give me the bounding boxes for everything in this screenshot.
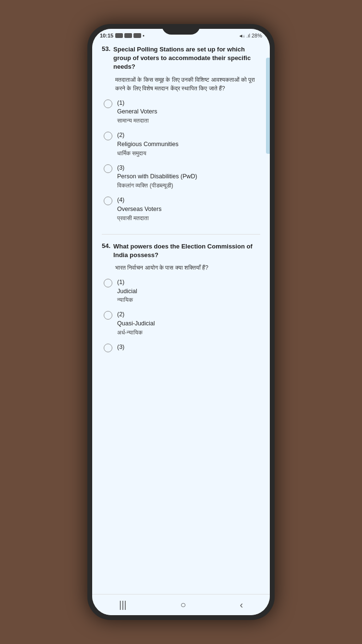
q54-option-2[interactable]: (2) Quasi-Judicial अर्ध-न्यायिक <box>102 310 260 337</box>
q53-option-1[interactable]: (1) General Voters सामान्य मतदाता <box>102 99 260 125</box>
q54-text-en: What powers does the Election Commission… <box>113 242 260 260</box>
q54-option-1[interactable]: (1) Judicial न्यायिक <box>102 278 260 305</box>
nav-back-button[interactable]: ‹ <box>240 599 243 610</box>
radio-q53-4[interactable] <box>104 197 112 205</box>
status-right-info: ◄ᵢᵢ .ıl 28% <box>239 33 263 38</box>
q54-header: 54. What powers does the Election Commis… <box>102 242 260 260</box>
phone-screen: 10:15 • ◄ᵢᵢ .ıl 28% 53. Special Polling … <box>92 29 270 615</box>
notch <box>162 24 200 35</box>
nav-bar: ||| ○ ‹ <box>92 594 270 615</box>
question-53: 53. Special Polling Stations are set up … <box>102 45 260 223</box>
q53-header: 53. Special Polling Stations are set up … <box>102 45 260 72</box>
radio-q53-2[interactable] <box>104 132 112 140</box>
q54-options: (1) Judicial न्यायिक (2) Quasi-Judicial … <box>102 278 260 352</box>
q54-option-2-text: (2) Quasi-Judicial अर्ध-न्यायिक <box>117 310 155 337</box>
nav-home-button[interactable]: ○ <box>180 599 186 610</box>
signal-icon: ◄ᵢᵢ .ıl <box>239 33 250 38</box>
q53-option-2-text: (2) Religious Communities धार्मिक समुदाय <box>117 131 179 158</box>
q53-text-en: Special Polling Stations are set up for … <box>113 45 260 72</box>
nav-menu-button[interactable]: ||| <box>119 599 127 610</box>
dot-indicator: • <box>143 33 145 38</box>
q53-option-4[interactable]: (4) Overseas Voters प्रवासी मतदाता <box>102 196 260 223</box>
battery-display: 28% <box>252 33 262 38</box>
q54-option-3-text: (3) <box>117 343 124 352</box>
q53-option-1-text: (1) General Voters सामान्य मतदाता <box>117 99 157 125</box>
q53-option-4-text: (4) Overseas Voters प्रवासी मतदाता <box>117 196 161 223</box>
q54-number: 54. <box>102 242 110 260</box>
radio-q53-1[interactable] <box>104 99 112 108</box>
q53-option-3-text: (3) Person with Disabilities (PwD) विकला… <box>117 163 197 190</box>
q53-text-hi: मतदाताओं के किस समूह के लिए उनकी विशिष्ट… <box>115 75 260 93</box>
q54-option-3-partial[interactable]: (3) <box>102 343 260 352</box>
q53-number: 53. <box>102 45 110 72</box>
question-54: 54. What powers does the Election Commis… <box>102 242 260 352</box>
time-display: 10:15 <box>100 33 113 38</box>
radio-q54-1[interactable] <box>104 279 112 287</box>
app-icon-2 <box>124 33 132 38</box>
q54-option-1-text: (1) Judicial न्यायिक <box>117 278 137 305</box>
status-time: 10:15 • <box>100 33 145 38</box>
radio-q53-3[interactable] <box>104 164 112 173</box>
app-icon-3 <box>133 33 141 38</box>
q53-option-2[interactable]: (2) Religious Communities धार्मिक समुदाय <box>102 131 260 158</box>
radio-q54-2[interactable] <box>104 311 112 320</box>
scroll-indicator <box>266 58 270 154</box>
app-icon-1 <box>115 33 123 38</box>
scroll-content[interactable]: 53. Special Polling Stations are set up … <box>92 40 270 594</box>
phone-outer: 10:15 • ◄ᵢᵢ .ıl 28% 53. Special Polling … <box>87 24 275 620</box>
q53-option-3[interactable]: (3) Person with Disabilities (PwD) विकला… <box>102 163 260 190</box>
divider-1 <box>102 234 260 235</box>
radio-q54-3[interactable] <box>104 344 112 352</box>
status-app-icons: • <box>115 33 145 38</box>
q54-text-hi: भारत निर्वाचन आयोग के पास क्या शक्तियाँ … <box>115 263 260 272</box>
q53-options: (1) General Voters सामान्य मतदाता (2) Re… <box>102 99 260 223</box>
